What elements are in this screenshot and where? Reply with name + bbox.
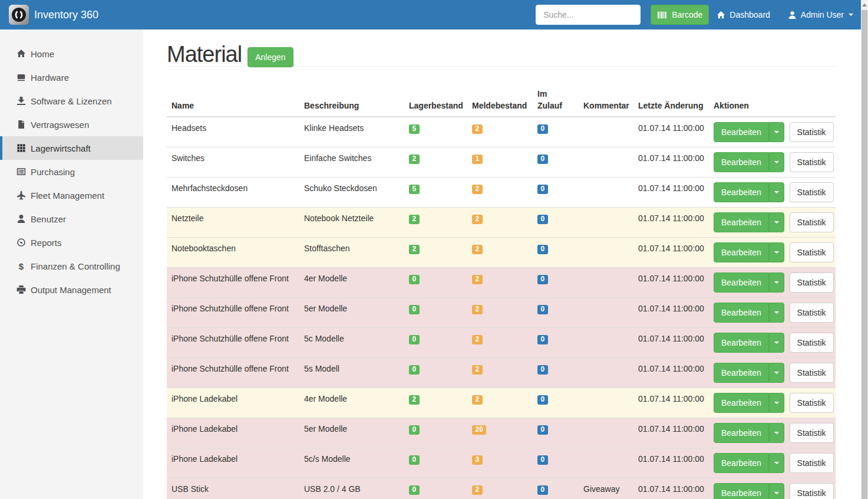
bearbeiten-button[interactable]: Bearbeiten xyxy=(714,122,769,142)
bearbeiten-dropdown-toggle[interactable] xyxy=(769,212,784,232)
cell-letzte-aenderung: 01.07.14 11:00:00 xyxy=(633,358,709,388)
sidebar-item-lagerwirtschaft[interactable]: Lagerwirtschaft xyxy=(0,136,143,160)
bearbeiten-button[interactable]: Bearbeiten xyxy=(714,423,769,443)
bearbeiten-dropdown-toggle[interactable] xyxy=(769,423,784,443)
app-logo-icon xyxy=(9,5,29,25)
dashboard-link[interactable]: Dashboard xyxy=(717,10,770,19)
statistik-button[interactable]: Statistik xyxy=(790,393,834,413)
bearbeiten-dropdown-toggle[interactable] xyxy=(769,242,784,262)
caret-down-icon xyxy=(774,402,779,404)
sidebar-item-label: Software & Lizenzen xyxy=(31,96,112,106)
lagerbestand-badge: 0 xyxy=(409,485,420,495)
cell-beschreibung: Klinke Headsets xyxy=(299,117,404,147)
cell-name: iPhone Ladekabel xyxy=(167,418,299,448)
meldebestand-badge: 3 xyxy=(472,455,483,465)
scrollbar-thumb[interactable] xyxy=(862,10,867,499)
im-zulauf-badge: 0 xyxy=(537,245,548,254)
statistik-button[interactable]: Statistik xyxy=(790,453,834,473)
sidebar-item-hardware[interactable]: Hardware xyxy=(0,65,143,89)
bearbeiten-dropdown-toggle[interactable] xyxy=(769,363,784,383)
sidebar-item-vertragswesen[interactable]: Vertragswesen xyxy=(0,113,143,136)
bearbeiten-dropdown-toggle[interactable] xyxy=(769,453,784,473)
bearbeiten-dropdown-toggle[interactable] xyxy=(769,333,784,353)
bearbeiten-button[interactable]: Bearbeiten xyxy=(714,483,769,499)
sidebar-item-fleet-management[interactable]: Fleet Management xyxy=(0,183,143,207)
user-icon xyxy=(16,214,26,224)
lagerbestand-badge: 2 xyxy=(409,245,420,254)
cell-kommentar xyxy=(579,298,633,328)
cell-name: Switches xyxy=(167,147,299,178)
statistik-button[interactable]: Statistik xyxy=(790,303,834,323)
scrollbar-up-arrow-icon[interactable] xyxy=(862,4,867,6)
meldebestand-badge: 2 xyxy=(472,245,483,254)
bearbeiten-button[interactable]: Bearbeiten xyxy=(714,393,769,413)
meldebestand-badge: 2 xyxy=(472,124,483,134)
page-title: Material xyxy=(167,42,242,67)
statistik-button[interactable]: Statistik xyxy=(790,242,834,262)
bearbeiten-button[interactable]: Bearbeiten xyxy=(714,182,769,202)
im-zulauf-badge: 0 xyxy=(537,425,548,435)
statistik-button[interactable]: Statistik xyxy=(790,122,834,142)
cell-name: Netzteile xyxy=(167,208,299,238)
sidebar-item-software-lizenzen[interactable]: Software & Lizenzen xyxy=(0,89,143,113)
material-table: NameBeschreibungLagerbestandMeldebestand… xyxy=(167,83,836,499)
lagerbestand-badge: 0 xyxy=(409,305,420,314)
sidebar-item-home[interactable]: Home xyxy=(0,42,143,65)
statistik-button[interactable]: Statistik xyxy=(790,363,834,383)
bearbeiten-button[interactable]: Bearbeiten xyxy=(714,303,769,323)
bearbeiten-button[interactable]: Bearbeiten xyxy=(714,453,769,473)
bearbeiten-button[interactable]: Bearbeiten xyxy=(714,212,769,232)
vertical-scrollbar[interactable] xyxy=(861,0,868,499)
sidebar-item-reports[interactable]: Reports xyxy=(0,231,143,254)
sidebar-item-label: Finanzen & Controlling xyxy=(31,261,120,271)
lagerbestand-badge: 0 xyxy=(409,425,420,435)
bearbeiten-dropdown-toggle[interactable] xyxy=(769,152,784,172)
sidebar-item-output-management[interactable]: Output Management xyxy=(0,278,143,301)
bearbeiten-dropdown-toggle[interactable] xyxy=(769,483,784,499)
im-zulauf-badge: 0 xyxy=(537,275,548,284)
barcode-button[interactable]: Barcode xyxy=(651,5,709,25)
sidebar-item-label: Fleet Management xyxy=(31,191,104,201)
cell-kommentar xyxy=(579,238,633,268)
cell-kommentar xyxy=(579,208,633,238)
bearbeiten-button[interactable]: Bearbeiten xyxy=(714,363,769,383)
table-row: iPhone Schutzhülle offene Front 5s Model… xyxy=(167,358,836,388)
anlegen-button[interactable]: Anlegen xyxy=(247,47,293,67)
cell-name: Notebooktaschen xyxy=(167,238,299,268)
meldebestand-badge: 20 xyxy=(472,425,486,435)
caret-down-icon xyxy=(774,462,779,464)
statistik-button[interactable]: Statistik xyxy=(790,423,834,443)
brand[interactable]: Inventory 360 xyxy=(9,5,98,25)
bearbeiten-dropdown-toggle[interactable] xyxy=(769,303,784,323)
bearbeiten-dropdown-toggle[interactable] xyxy=(769,273,784,293)
statistik-button[interactable]: Statistik xyxy=(790,483,834,499)
bearbeiten-button[interactable]: Bearbeiten xyxy=(714,152,769,172)
bearbeiten-button[interactable]: Bearbeiten xyxy=(714,242,769,262)
cell-beschreibung: 4er Modelle xyxy=(299,388,404,418)
statistik-button[interactable]: Statistik xyxy=(790,333,834,353)
sidebar-item-benutzer[interactable]: Benutzer xyxy=(0,207,143,231)
search-input[interactable] xyxy=(536,5,641,25)
lagerbestand-badge: 5 xyxy=(409,124,420,134)
cell-beschreibung: Einfache Switches xyxy=(299,147,404,178)
bearbeiten-dropdown-toggle[interactable] xyxy=(769,182,784,202)
im-zulauf-badge: 0 xyxy=(537,395,548,405)
cell-letzte-aenderung: 01.07.14 11:00:00 xyxy=(633,268,709,298)
sidebar-item-label: Output Management xyxy=(31,285,111,295)
bearbeiten-dropdown-toggle[interactable] xyxy=(769,393,784,413)
statistik-button[interactable]: Statistik xyxy=(790,212,834,232)
table-row: Mehrfachsteckdosen Schuko Steckdosen 5 2… xyxy=(167,178,836,208)
cell-letzte-aenderung: 01.07.14 11:00:00 xyxy=(633,178,709,208)
user-menu[interactable]: Admin User xyxy=(788,10,853,19)
cell-beschreibung: Schuko Steckdosen xyxy=(299,178,404,208)
bearbeiten-button[interactable]: Bearbeiten xyxy=(714,273,769,293)
statistik-button[interactable]: Statistik xyxy=(790,182,834,202)
statistik-button[interactable]: Statistik xyxy=(790,273,834,293)
bearbeiten-dropdown-toggle[interactable] xyxy=(769,122,784,142)
sidebar-item-finanzen-controlling[interactable]: $ Finanzen & Controlling xyxy=(0,254,143,278)
caret-down-icon xyxy=(774,342,779,344)
bearbeiten-button[interactable]: Bearbeiten xyxy=(714,333,769,353)
barcode-icon xyxy=(657,10,667,20)
statistik-button[interactable]: Statistik xyxy=(790,152,834,172)
sidebar-item-purchasing[interactable]: Purchasing xyxy=(0,160,143,183)
